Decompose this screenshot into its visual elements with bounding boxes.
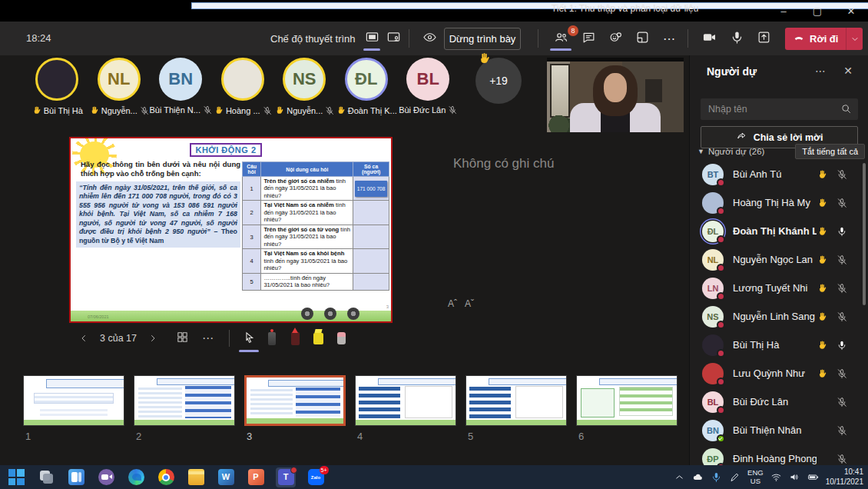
slide-thumbnail[interactable]: 5 [465,375,567,442]
presentation-slide[interactable]: KHỞI ĐỘNG 2 Hãy đọc thông tin bên dưới v… [69,137,393,323]
thumbnail-preview[interactable] [134,375,235,426]
taskbar-app[interactable] [186,467,206,487]
participant-row[interactable]: BT Bùi Anh Tú [690,160,863,188]
taskbar-app[interactable]: T [276,467,296,487]
thumbnail-preview[interactable] [576,375,678,426]
reactions-button[interactable] [605,29,625,48]
wifi-icon[interactable] [770,471,782,483]
slide-thumbnail[interactable]: 1 [23,375,124,442]
breakout-rooms-button[interactable] [632,29,652,48]
participant-tile[interactable]: BL Bùi Đức Lân [397,58,459,115]
participant-tile[interactable]: Hoàng ... [212,58,274,115]
panel-scrollbar[interactable] [863,163,866,305]
chat-button[interactable] [578,29,598,48]
notes-font-controls: Aˆ Aˇ [448,298,474,309]
mic-button[interactable] [727,29,747,48]
avatar-initials: BL [417,69,439,89]
mic-off-icon [203,105,212,115]
private-view-button[interactable] [419,29,439,48]
webcam-video-tile[interactable] [547,58,684,132]
slide-thumbnail[interactable]: 4 [355,375,456,442]
tray-mic-icon[interactable] [711,471,722,483]
taskbar-app[interactable] [36,467,56,487]
onedrive-cloud-icon[interactable] [692,471,704,483]
participant-row[interactable]: BN Bùi Thiện Nhân [690,416,863,444]
taskbar-app[interactable] [6,467,26,487]
participant-row[interactable]: Lưu Quỳnh Như [690,359,863,388]
participant-row[interactable]: ĐL Đoàn Thị Khánh Ly [690,217,863,245]
panel-more-button[interactable]: ⋯ [815,65,827,77]
thumbnail-preview[interactable] [23,375,124,426]
pen-tray-icon[interactable] [729,471,740,483]
taskbar-app[interactable] [66,467,86,487]
participant-tile[interactable]: NS Nguyễn... [273,58,336,115]
slide-thumbnail[interactable]: 2 [134,375,235,442]
slide-page-number: 3 [386,304,389,309]
leave-button[interactable]: Rời đi [785,28,846,50]
maximize-button[interactable]: ▢ [800,0,834,22]
participant-row[interactable]: Bùi Thị Hà [690,331,863,359]
font-increase-button[interactable]: Aˆ [448,298,457,309]
participant-row[interactable]: BL Bùi Đức Lân [690,388,863,416]
highlighter-tool-button[interactable] [306,328,330,348]
word-icon: W [218,469,234,485]
participants-button[interactable]: 8 [548,29,573,48]
language-indicator[interactable]: ENG US [747,469,764,485]
thumbnail-preview[interactable] [465,375,567,426]
participant-row[interactable]: NS Nguyễn Linh Sang [690,302,863,331]
share-screen-button[interactable] [754,29,774,48]
tray-clock[interactable]: 10:41 10/11/2021 [826,467,863,487]
previous-slide-button[interactable] [74,328,94,348]
presenter-mode-label: Chế độ thuyết trình [270,33,356,45]
content-only-view-button[interactable] [362,29,382,48]
taskbar-app[interactable] [126,467,146,487]
speaker-icon[interactable] [789,471,800,483]
tray-chevron-up-icon[interactable] [674,471,685,483]
taskbar-app[interactable] [96,467,116,487]
mute-all-button[interactable]: Tắt tiếng tất cả [795,144,865,159]
thumb-footer-bar [134,420,234,425]
avatar: BT [702,164,724,185]
leave-options-chevron[interactable] [846,28,863,50]
thumbnail-preview[interactable] [355,375,456,426]
next-slide-button[interactable] [143,328,163,348]
eraser-tool-button[interactable] [330,328,353,348]
minimize-button[interactable]: – [767,0,800,22]
panel-close-button[interactable]: ✕ [843,65,853,77]
camera-button[interactable] [699,29,719,48]
participant-tile[interactable]: BN Bùi Thiện N... [150,58,212,115]
tile-label: Bùi Thị Hà [31,105,83,115]
status-available-dot [717,434,725,443]
taskbar-app[interactable]: W [216,467,236,487]
participant-row[interactable]: LN Lương Tuyết Nhi [690,274,863,302]
search-input[interactable] [701,98,858,120]
laser-pointer-tool-button[interactable] [260,328,283,348]
participant-row[interactable]: NL Nguyễn Ngọc Lan [690,245,863,274]
participant-tile[interactable]: NL Nguyễn... [88,58,151,115]
slide-grid-button[interactable] [169,328,195,348]
participant-row[interactable]: ĐP Đinh Hoàng Phong [690,444,863,465]
standout-view-button[interactable] [383,29,403,48]
pen-tool-button[interactable] [283,328,306,348]
slide-more-button[interactable]: ⋯ [195,328,221,348]
participant-tile[interactable]: Bùi Thị Hà [26,58,88,115]
overflow-participants-tile[interactable]: +19 [468,58,529,104]
taskbar-app[interactable]: P [246,467,266,487]
thumbnail-preview[interactable] [244,375,346,426]
participant-row[interactable]: Hoàng Thị Hà My [690,188,863,217]
cartoon-wheels [301,308,359,320]
taskbar-app[interactable]: Zalo 5+ [306,467,326,487]
battery-icon[interactable] [807,471,819,483]
taskbar-app[interactable] [156,467,176,487]
table-row: 3 Trên thế giới số ca tử vong tính đến n… [243,225,389,248]
stop-presenting-button[interactable]: Dừng trình bày [444,28,521,50]
pointer-tool-button[interactable] [237,328,260,348]
more-actions-button[interactable]: ⋯ [659,29,679,48]
avatar [221,58,264,101]
participant-tile[interactable]: ĐL Đoàn Thị K... [336,58,398,115]
app-letter: Zalo [311,475,320,480]
close-button[interactable]: ✕ [834,0,868,22]
slide-thumbnail[interactable]: 6 [576,375,678,442]
slide-thumbnail[interactable]: 3 [244,375,346,442]
font-decrease-button[interactable]: Aˇ [465,298,474,309]
